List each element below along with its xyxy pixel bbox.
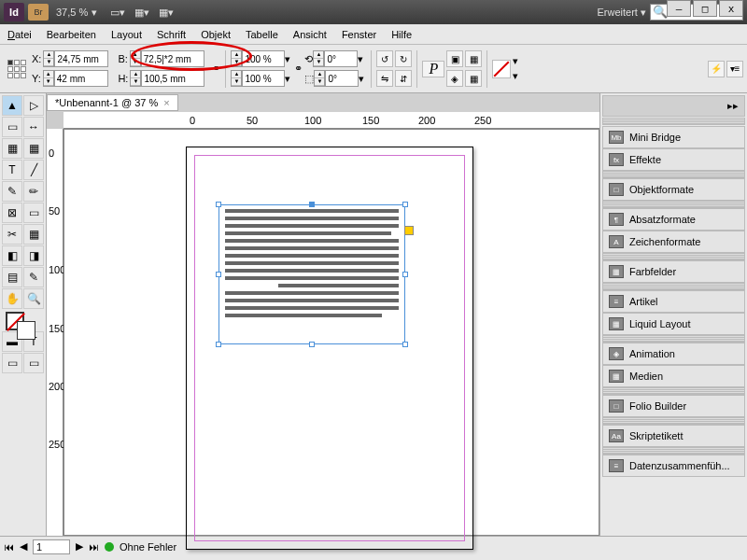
scalex-input[interactable] (242, 50, 285, 67)
content-collector-tool[interactable]: ▦ (2, 138, 22, 159)
document-tab[interactable]: *Unbenannt-1 @ 37 %× (47, 94, 178, 111)
panel-zeichenformate[interactable]: AZeichenformate (602, 231, 745, 253)
menu-schrift[interactable]: Schrift (157, 29, 186, 40)
constrain-scale-icon[interactable]: ⚭ (294, 63, 303, 75)
select-content-icon[interactable]: ◈ (446, 70, 463, 87)
scaley-input[interactable] (242, 70, 285, 87)
constrain-icon[interactable]: ⚭ (212, 63, 220, 75)
bridge-icon[interactable]: Br (28, 4, 49, 21)
panel-datenzusammenfh[interactable]: ≡Datenzusammenfüh... (602, 455, 745, 477)
pen-tool[interactable]: ✎ (2, 181, 22, 202)
next-page-button[interactable]: ▶ (76, 540, 83, 553)
arrange-icon[interactable]: ▦▾ (159, 7, 174, 19)
rectangle-tool[interactable]: ▭ (23, 203, 44, 223)
gap-tool[interactable]: ↔ (23, 117, 44, 137)
stroke-dropdown-icon[interactable]: ▾ (513, 55, 518, 67)
menu-fenster[interactable]: Fenster (342, 29, 376, 40)
prev-page-button[interactable]: ◀ (20, 540, 27, 553)
eyedropper-tool[interactable]: ✎ (23, 267, 44, 287)
panel-artikel[interactable]: ≡Artikel (602, 290, 745, 313)
type-tool[interactable]: T (2, 160, 22, 180)
scaley-spinner[interactable]: ▲▼ (231, 70, 242, 87)
menu-layout[interactable]: Layout (111, 29, 142, 40)
dropdown-icon[interactable]: ▾ (285, 73, 290, 85)
view-options-icon[interactable]: ▦▾ (134, 7, 149, 19)
dropdown-icon[interactable]: ▾ (359, 73, 364, 85)
fill-stroke-swatch[interactable] (2, 310, 44, 343)
first-page-button[interactable]: ⏮ (4, 541, 14, 553)
object-next-icon[interactable]: ▦ (465, 50, 482, 67)
menu-ansicht[interactable]: Ansicht (293, 29, 327, 40)
preview-view-icon[interactable]: ▭ (23, 353, 44, 373)
page-tool[interactable]: ▭ (2, 117, 22, 137)
flip-h-icon[interactable]: ⇋ (376, 70, 393, 87)
shear-input[interactable] (325, 70, 359, 87)
minimize-button[interactable]: — (667, 0, 691, 17)
dropdown-icon[interactable]: ▾ (358, 53, 363, 65)
shear-spinner[interactable]: ▲▼ (314, 70, 325, 87)
height-input[interactable] (141, 70, 204, 87)
tab-close-icon[interactable]: × (163, 97, 169, 108)
screen-mode-icon[interactable]: ▭▾ (110, 7, 125, 19)
dropdown-icon[interactable]: ▾ (285, 53, 290, 65)
menu-tabelle[interactable]: Tabelle (246, 29, 278, 40)
panel-medien[interactable]: ▦Medien (602, 365, 745, 387)
height-spinner[interactable]: ▲▼ (130, 70, 141, 87)
hand-tool[interactable]: ✋ (2, 288, 22, 309)
rotate-cw-icon[interactable]: ↻ (395, 50, 412, 67)
width-input[interactable] (141, 50, 204, 67)
pencil-tool[interactable]: ✏ (23, 181, 44, 202)
note-tool[interactable]: ▤ (2, 267, 22, 287)
menu-objekt[interactable]: Objekt (201, 29, 231, 40)
collapse-panels-icon[interactable]: ▸▸ (727, 100, 739, 112)
panel-skriptetikett[interactable]: AaSkriptetikett (602, 425, 745, 447)
maximize-button[interactable]: □ (693, 0, 717, 17)
x-spinner[interactable]: ▲▼ (43, 50, 54, 67)
content-placer-tool[interactable]: ▦ (23, 138, 44, 159)
line-tool[interactable]: ╱ (23, 160, 44, 180)
rectangle-frame-tool[interactable]: ⊠ (2, 203, 22, 223)
overset-text-icon[interactable] (404, 226, 414, 235)
rotate-ccw-icon[interactable]: ↺ (376, 50, 393, 67)
paragraph-style-icon[interactable]: P (422, 61, 444, 77)
gradient-feather-tool[interactable]: ◨ (23, 245, 44, 266)
free-transform-tool[interactable]: ▦ (23, 224, 44, 245)
object-prev-icon[interactable]: ▦ (465, 70, 482, 87)
panel-objektformate[interactable]: □Objektformate (602, 178, 745, 201)
panel-farbfelder[interactable]: ▦Farbfelder (602, 260, 745, 283)
select-container-icon[interactable]: ▣ (446, 50, 463, 67)
menu-hilfe[interactable]: Hilfe (391, 29, 412, 40)
preflight-status[interactable]: Ohne Fehler (120, 541, 176, 553)
fill-swatch[interactable] (492, 60, 511, 78)
menu-bearbeiten[interactable]: Bearbeiten (47, 29, 96, 40)
zoom-dropdown-icon[interactable]: ▾ (88, 7, 101, 19)
panel-minibridge[interactable]: MbMini Bridge (602, 126, 745, 148)
panel-foliobuilder[interactable]: □Folio Builder (602, 395, 745, 417)
canvas[interactable] (63, 129, 599, 536)
zoom-level[interactable]: 37,5 % (56, 7, 88, 18)
page-number-input[interactable]: 1 (33, 539, 70, 554)
width-spinner[interactable]: ▲▼ (130, 50, 141, 67)
rotate-input[interactable] (324, 50, 358, 67)
text-frame[interactable] (218, 204, 405, 344)
y-spinner[interactable]: ▲▼ (43, 70, 54, 87)
panel-absatzformate[interactable]: ¶Absatzformate (602, 208, 745, 231)
panel-effekte[interactable]: fxEffekte (602, 148, 745, 171)
scalex-spinner[interactable]: ▲▼ (231, 50, 242, 67)
selection-tool[interactable]: ▲ (2, 95, 22, 116)
panel-animation[interactable]: ◈Animation (602, 343, 745, 365)
direct-selection-tool[interactable]: ▷ (23, 95, 44, 116)
zoom-tool[interactable]: 🔍 (23, 288, 44, 309)
normal-view-icon[interactable]: ▭ (2, 353, 22, 373)
x-input[interactable] (54, 50, 108, 67)
scissors-tool[interactable]: ✂ (2, 224, 22, 245)
workspace-switcher[interactable]: Erweitert ▾ (598, 7, 646, 19)
reference-point[interactable] (7, 60, 26, 78)
panel-menu-icon[interactable]: ▾≡ (726, 61, 743, 77)
menu-datei[interactable]: Datei (7, 29, 32, 40)
quick-apply-icon[interactable]: ⚡ (708, 61, 725, 77)
panel-liquidlayout[interactable]: ▦Liquid Layout (602, 313, 745, 335)
fill-dropdown-icon[interactable]: ▾ (513, 70, 518, 82)
gradient-swatch-tool[interactable]: ◧ (2, 245, 22, 266)
close-button[interactable]: x (719, 0, 743, 17)
